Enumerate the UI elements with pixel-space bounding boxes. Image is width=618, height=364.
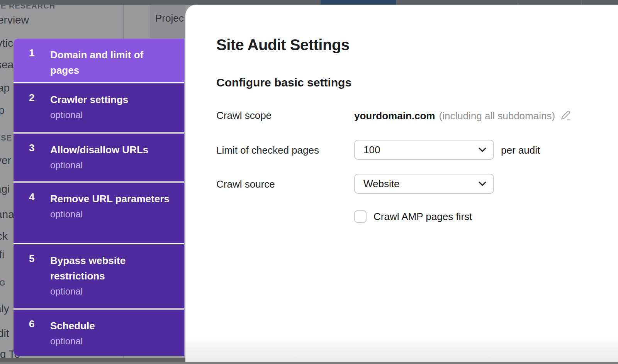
bg-nav-item: ap	[0, 82, 10, 94]
site-audit-settings-modal: Site Audit Settings Configure basic sett…	[185, 5, 618, 364]
top-strip-divider	[581, 0, 582, 5]
step-optional-tag: optional	[50, 110, 174, 120]
per-audit-suffix: per audit	[501, 144, 540, 156]
bg-nav-item: ver	[0, 154, 11, 167]
limit-dropdown[interactable]: 100	[354, 140, 494, 160]
step-optional-tag: optional	[50, 209, 174, 220]
top-strip-divider	[518, 0, 518, 5]
step-number: 2	[29, 92, 44, 104]
step-number: 5	[29, 253, 44, 265]
step-number: 3	[29, 142, 44, 154]
step-optional-tag: optional	[50, 286, 174, 297]
step-label: Remove URL parameters	[50, 191, 174, 207]
bg-projects-tab-label: Projec	[155, 12, 184, 24]
top-browser-strip	[0, 0, 618, 5]
step-label: Domain and limit of pages	[50, 47, 174, 78]
step-bypass-website-restrictions[interactable]: 5 Bypass website restrictions optional	[14, 244, 184, 308]
bg-nav-item: ytic	[0, 37, 13, 49]
crawl-scope-value: yourdomain.com (including all subdomains…	[354, 110, 572, 122]
wizard-steps-panel: 1 Domain and limit of pages 2 Crawler se…	[14, 39, 184, 356]
step-allow-disallow-urls[interactable]: 3 Allow/disallow URLs optional	[14, 134, 184, 181]
edit-pencil-icon[interactable]	[560, 110, 572, 122]
crawl-source-dropdown-value: Website	[363, 178, 479, 190]
bg-nav-item: agi	[0, 183, 10, 195]
step-number: 4	[29, 191, 44, 203]
limit-of-checked-pages-label: Limit of checked pages	[216, 144, 319, 156]
step-label: Allow/disallow URLs	[50, 142, 174, 157]
chevron-down-icon	[479, 147, 486, 152]
bg-nav-item: ffi	[0, 249, 4, 261]
step-label: Crawler settings	[50, 92, 174, 107]
bg-nav-item: erview	[0, 14, 29, 26]
bg-nav-section-header: ESE	[0, 134, 12, 142]
chevron-down-icon	[479, 181, 486, 186]
crawl-amp-checkbox[interactable]	[354, 210, 367, 223]
amp-checkbox-row: Crawl AMP pages first	[354, 210, 472, 223]
crawl-source-dropdown[interactable]: Website	[354, 174, 494, 194]
step-number: 1	[29, 47, 44, 59]
top-strip-accent-segment	[321, 0, 396, 5]
step-number: 6	[29, 318, 44, 330]
step-label: Schedule	[50, 318, 174, 334]
crawl-scope-note: (including all subdomains)	[439, 110, 555, 122]
bg-nav-item: p	[0, 104, 5, 117]
bg-nav-item: aly	[0, 303, 9, 315]
section-heading: Configure basic settings	[216, 76, 351, 90]
crawl-scope-label: Crawl scope	[216, 110, 272, 122]
screen: E RESEARCH erview ytic sea ap p ESE ver …	[0, 0, 618, 364]
bg-projects-tab: Projec	[150, 5, 185, 38]
step-optional-tag: optional	[50, 160, 174, 171]
modal-title: Site Audit Settings	[216, 36, 350, 54]
screen-bottom-edge	[0, 362, 618, 364]
crawl-source-label: Crawl source	[216, 178, 275, 190]
step-remove-url-parameters[interactable]: 4 Remove URL parameters optional	[14, 183, 184, 243]
crawl-scope-domain: yourdomain.com	[354, 110, 435, 122]
step-domain-and-limit[interactable]: 1 Domain and limit of pages	[14, 39, 184, 82]
crawl-amp-label: Crawl AMP pages first	[374, 211, 472, 223]
bg-nav-item: sea	[0, 59, 14, 71]
bg-nav-item: ana	[0, 208, 14, 221]
bg-nav-item: dit	[0, 327, 9, 340]
step-label: Bypass website restrictions	[50, 253, 174, 284]
step-crawler-settings[interactable]: 2 Crawler settings optional	[14, 83, 184, 132]
bg-nav-item: ck	[0, 230, 8, 242]
limit-dropdown-value: 100	[363, 144, 479, 156]
step-optional-tag: optional	[50, 336, 174, 347]
bg-nav-section-header: G	[0, 279, 6, 288]
step-schedule[interactable]: 6 Schedule optional	[14, 310, 184, 356]
